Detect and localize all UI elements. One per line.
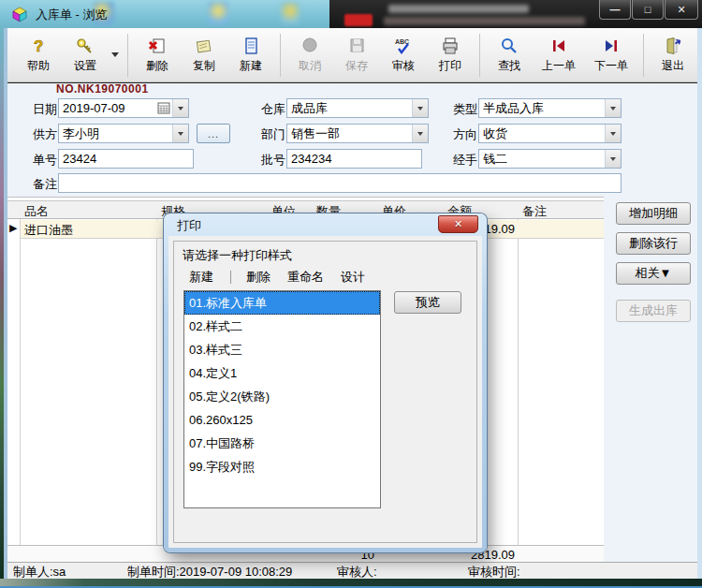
handler-combo[interactable]: 钱二	[478, 149, 622, 169]
toolbar-label: 审核	[392, 58, 415, 74]
list-item[interactable]: 03.样式三	[184, 338, 380, 361]
list-item[interactable]: 04.定义1	[184, 361, 380, 385]
chevron-down-icon	[111, 52, 119, 57]
date-picker[interactable]: 2019-07-09	[58, 98, 189, 118]
type-combo[interactable]: 半成品入库	[478, 98, 622, 118]
chevron-down-icon	[610, 107, 616, 110]
type-label: 类型	[453, 101, 477, 118]
search-icon	[499, 36, 519, 56]
minimize-button[interactable]: —	[599, 0, 631, 20]
next-order-button[interactable]: 下一单	[585, 32, 637, 79]
status-make-time: 制单时间:2019-07-09 10:08:29	[127, 564, 292, 581]
generate-outbound-button: 生成出库	[616, 300, 691, 322]
menu-design[interactable]: 设计	[341, 269, 365, 286]
titlebar: 入库单 - 浏览 — □ ✕	[0, 0, 702, 28]
find-button[interactable]: 查找	[486, 32, 533, 79]
print-dialog-close-button[interactable]: ✕	[438, 215, 478, 233]
related-menu-button[interactable]: 相关▼	[616, 262, 691, 285]
add-detail-button[interactable]: 增加明细	[616, 202, 691, 225]
cancel-icon	[300, 36, 320, 56]
menu-rename[interactable]: 重命名	[287, 269, 324, 286]
warehouse-combo[interactable]: 成品库	[286, 98, 429, 118]
warehouse-value: 成品库	[287, 100, 412, 117]
remark-label: 备注	[33, 176, 57, 193]
toolbar-label: 查找	[498, 58, 520, 74]
department-label: 部门	[261, 126, 285, 143]
date-label: 日期	[33, 101, 57, 118]
print-style-prompt: 请选择一种打印样式	[183, 247, 292, 264]
row-product-name: 进口油墨	[24, 222, 73, 239]
settings-dropdown-button[interactable]	[109, 32, 122, 79]
window-title: 入库单 - 浏览	[36, 7, 108, 23]
chevron-down-icon	[417, 107, 423, 110]
new-button[interactable]: 新建	[227, 32, 274, 79]
batch-no-label: 批号	[261, 152, 285, 169]
previous-order-button[interactable]: 上一单	[533, 32, 585, 79]
supplier-combo[interactable]: 李小明	[58, 124, 189, 143]
menu-delete[interactable]: 删除	[246, 269, 271, 286]
date-value: 2019-07-09	[59, 101, 157, 115]
delete-icon	[147, 36, 168, 56]
list-item[interactable]: 02.样式二	[184, 315, 380, 338]
calendar-icon	[157, 102, 170, 114]
menu-separator	[230, 271, 231, 284]
list-item[interactable]: 05.定义2(铁路)	[184, 385, 380, 408]
direction-label: 方向	[453, 126, 477, 143]
maximize-button[interactable]: □	[632, 0, 664, 20]
delete-button[interactable]: 删除	[134, 32, 181, 79]
remark-input[interactable]	[58, 173, 622, 193]
direction-dropdown-button[interactable]	[605, 125, 621, 142]
date-dropdown-button[interactable]	[172, 99, 188, 117]
close-button[interactable]: ✕	[665, 0, 698, 20]
order-no-input[interactable]	[58, 149, 194, 169]
status-maker: 制单人:sa	[13, 564, 66, 581]
print-dialog-titlebar[interactable]: 打印 ✕	[164, 213, 487, 236]
chevron-down-icon	[417, 132, 423, 136]
print-style-listbox[interactable]: 01.标准入库单 02.样式二 03.样式三 04.定义1 05.定义2(铁路)…	[183, 290, 381, 508]
list-item[interactable]: 07.中国路桥	[184, 432, 380, 455]
exit-button[interactable]: 退出	[650, 32, 696, 79]
toolbar-label: 打印	[439, 58, 461, 74]
warehouse-label: 仓库	[261, 101, 285, 118]
background-logo-blur	[344, 14, 373, 26]
supplier-dropdown-button[interactable]	[172, 125, 188, 142]
menu-new[interactable]: 新建	[189, 269, 213, 286]
print-button[interactable]: 打印	[427, 32, 474, 79]
print-dialog-menu: 新建 删除 重命名 设计	[189, 269, 382, 286]
toolbar: ? 帮助 设置 删除 复制 新建 取消	[7, 28, 697, 82]
background-text-blur	[388, 5, 529, 13]
col-header-remark[interactable]: 备注	[519, 203, 547, 220]
desktop-icon-blur	[208, 2, 228, 24]
warehouse-dropdown-button[interactable]	[412, 99, 428, 117]
supplier-more-button[interactable]: ...	[197, 124, 230, 143]
toolbar-label: 复制	[193, 58, 215, 74]
current-row-marker: ▶	[9, 222, 17, 234]
toolbar-label: 取消	[299, 58, 321, 74]
audit-button[interactable]: ABC 审核	[380, 32, 427, 79]
list-item[interactable]: 99.字段对照	[184, 455, 380, 478]
direction-combo[interactable]: 收货	[478, 124, 622, 143]
list-item[interactable]: 01.标准入库单	[184, 291, 380, 315]
direction-value: 收货	[479, 125, 605, 142]
department-dropdown-button[interactable]	[412, 125, 428, 142]
type-dropdown-button[interactable]	[605, 99, 621, 117]
list-item[interactable]: 06.260x125	[184, 408, 380, 432]
col-header-name[interactable]: 品名	[21, 203, 49, 220]
preview-button[interactable]: 预览	[394, 291, 461, 314]
supplier-value: 李小明	[59, 125, 172, 142]
copy-button[interactable]: 复制	[181, 32, 227, 79]
save-icon	[346, 36, 367, 56]
new-doc-icon	[241, 36, 261, 56]
settings-button[interactable]: 设置	[62, 32, 109, 79]
batch-no-input[interactable]	[286, 149, 422, 169]
handler-dropdown-button[interactable]	[605, 150, 621, 168]
background-text-blur	[384, 17, 585, 25]
department-value: 销售一部	[287, 125, 412, 142]
copy-icon	[194, 36, 214, 56]
department-combo[interactable]: 销售一部	[286, 124, 429, 143]
chevron-down-icon	[178, 107, 183, 110]
status-bar: 制单人:sa 制单时间:2019-07-09 10:08:29 审核人: 审核时…	[7, 562, 697, 579]
toolbar-label: 删除	[146, 58, 168, 74]
delete-row-button[interactable]: 删除该行	[616, 232, 691, 255]
help-button[interactable]: ? 帮助	[15, 32, 62, 79]
